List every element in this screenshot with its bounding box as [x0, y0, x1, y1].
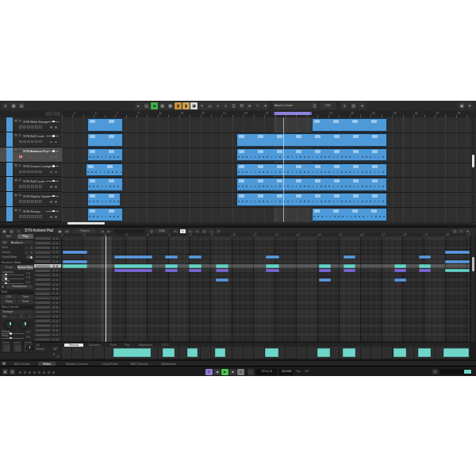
rewind-button[interactable]: ◀ — [213, 369, 221, 375]
lower-v-scroll-thumb[interactable] — [472, 257, 474, 271]
track-color-strip[interactable] — [6, 192, 13, 206]
track-mini-button[interactable] — [27, 200, 30, 203]
midi-note[interactable] — [445, 260, 470, 263]
lane-mute-dot[interactable] — [53, 279, 55, 281]
midi-note[interactable] — [445, 251, 470, 254]
track-name[interactable]: SYN Soft Lead — [23, 179, 44, 183]
track-mute-button[interactable]: m — [14, 178, 17, 182]
track-mini-button[interactable] — [19, 125, 22, 129]
midi-clip[interactable] — [236, 193, 387, 206]
upper-v-scroll-thumb[interactable] — [472, 155, 474, 167]
track-volume-handle[interactable] — [52, 210, 55, 213]
track-knob-dot-1[interactable] — [50, 171, 52, 174]
lane-solo-dot[interactable] — [56, 261, 58, 263]
status-dot-icon[interactable] — [29, 371, 31, 374]
track-header[interactable]: msSYN Ambient Pad — [0, 148, 62, 163]
grid-button-2[interactable]: Swing — [1, 300, 17, 304]
tool-icon-1[interactable]: ▤ — [143, 102, 150, 109]
midi-note[interactable] — [344, 269, 355, 272]
controller-lane[interactable] — [61, 347, 470, 359]
midi-note[interactable] — [394, 264, 406, 267]
status-dot-icon[interactable] — [33, 371, 36, 374]
midi-note[interactable] — [419, 269, 431, 272]
track-name[interactable]: SYN Melo Strings — [23, 120, 48, 124]
track-knob-dot-1[interactable] — [50, 186, 52, 188]
track-mini-button[interactable] — [39, 155, 42, 159]
lane-mute-dot[interactable] — [53, 334, 55, 336]
tool-icon-0[interactable]: ▸ — [135, 102, 142, 109]
status-dot-icon[interactable] — [52, 371, 55, 374]
track-volume-handle[interactable] — [52, 195, 55, 198]
lane-solo-dot[interactable] — [56, 247, 58, 248]
velocity-block[interactable] — [443, 348, 469, 357]
mode-button-1[interactable]: Remove Notes — [17, 265, 33, 270]
midi-clip[interactable] — [236, 133, 387, 147]
tool-icon-12[interactable]: Q — [230, 102, 237, 109]
midi-note[interactable] — [165, 269, 178, 272]
lane-mute-dot[interactable] — [53, 302, 55, 304]
midi-note[interactable] — [266, 269, 279, 272]
track-mini-button[interactable] — [23, 140, 26, 144]
stop-button[interactable]: ■ — [229, 369, 236, 375]
play-button[interactable]: ▶ — [221, 369, 228, 375]
stepper-plus-button[interactable]: + — [29, 251, 33, 255]
track-mute-button[interactable]: m — [14, 209, 17, 212]
midi-note[interactable] — [344, 255, 355, 259]
cell-pad[interactable] — [4, 345, 10, 351]
lane-solo-dot[interactable] — [56, 279, 58, 281]
track-mini-button[interactable] — [39, 215, 42, 218]
transport-left-icon-1[interactable]: ▤ — [10, 369, 15, 374]
lane-solo-dot[interactable] — [56, 316, 58, 317]
track-mini-button[interactable] — [35, 215, 38, 218]
quantize-icon[interactable]: Q — [311, 102, 318, 109]
menu-icon-0[interactable]: ≡ — [2, 102, 9, 109]
lane-solo-dot[interactable] — [56, 321, 58, 322]
track-mini-button[interactable] — [35, 140, 38, 144]
lane-mute-dot[interactable] — [53, 251, 55, 253]
midi-clip[interactable] — [86, 163, 123, 177]
lane-solo-dot[interactable] — [56, 339, 58, 340]
track-header[interactable]: msSYN Soft Lead — [0, 177, 62, 192]
midi-note[interactable] — [394, 269, 406, 272]
oct-cell-2[interactable]: 1 — [17, 315, 25, 319]
midi-clip[interactable] — [312, 118, 387, 132]
track-mini-button[interactable] — [23, 185, 26, 188]
midi-clip[interactable] — [87, 148, 123, 162]
track-knob-dot-1[interactable] — [50, 141, 52, 144]
stepper-minus-button[interactable]: - — [25, 246, 29, 250]
track-knob-dot-2[interactable] — [55, 171, 57, 174]
midi-clip[interactable] — [87, 118, 123, 132]
lane-mute-dot[interactable] — [53, 293, 55, 294]
lane-solo-dot[interactable] — [56, 293, 58, 294]
track-mini-button[interactable] — [27, 140, 30, 144]
tool-icon-11[interactable]: x — [222, 102, 229, 109]
midi-clip[interactable] — [312, 208, 387, 221]
toolbar-mid-icon-2[interactable]: ▾ — [359, 102, 366, 109]
stepper-minus-button[interactable]: - — [25, 251, 29, 255]
randomize-dot[interactable] — [2, 286, 4, 288]
track-mini-button[interactable] — [23, 155, 26, 159]
slider-handle[interactable] — [5, 282, 7, 285]
inspector-tab-edit[interactable]: Edit — [1, 234, 17, 239]
midi-note[interactable] — [189, 255, 202, 259]
track-mute-button[interactable]: m — [14, 164, 17, 167]
midi-note[interactable] — [419, 255, 431, 259]
midi-note[interactable] — [189, 264, 202, 267]
midi-note[interactable] — [114, 255, 152, 259]
track-header[interactable]: msSYN Bell Lead — [0, 132, 62, 148]
track-volume-handle[interactable] — [52, 121, 55, 123]
track-mini-button[interactable] — [35, 185, 38, 188]
status-dot-icon[interactable] — [19, 371, 21, 374]
track-mini-button[interactable] — [39, 171, 42, 174]
lane-solo-dot[interactable] — [56, 298, 58, 299]
status-dot-icon[interactable] — [43, 371, 45, 374]
lane-mute-dot[interactable] — [53, 247, 55, 248]
lane-mute-dot[interactable] — [53, 306, 55, 308]
lane-mute-dot[interactable] — [53, 329, 55, 331]
oct-cell-0[interactable]: Oct — [1, 315, 9, 319]
grid-button-3[interactable]: Fixed — [17, 300, 33, 304]
track-mini-button[interactable] — [39, 125, 42, 129]
track-mini-button[interactable] — [31, 125, 34, 129]
track-volume-handle[interactable] — [52, 165, 55, 167]
toolbar-right-icon-1[interactable]: ▾ — [466, 102, 473, 109]
